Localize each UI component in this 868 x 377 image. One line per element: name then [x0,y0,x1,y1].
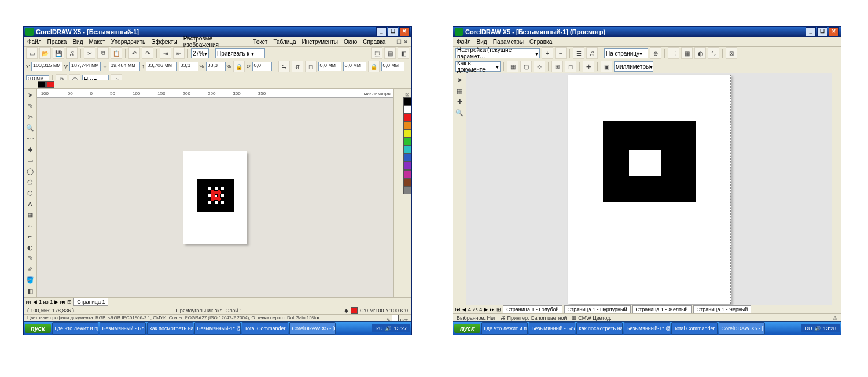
invert-button[interactable]: ◐ [694,47,706,59]
polygon-tool-icon[interactable]: ⬠ [24,177,36,187]
swatch-blue[interactable] [403,154,411,162]
scroll-bar[interactable] [832,73,841,305]
print-options-button[interactable]: ☰ [573,47,584,59]
task-item[interactable]: Безымянный - Блокнот [529,322,575,335]
cut-button[interactable]: ✂ [84,47,95,59]
menu-view[interactable]: Вид [72,39,83,45]
minimize-button[interactable]: _ [376,27,387,36]
mdi-minimize-icon[interactable]: _ [391,39,395,45]
zoom-in-button[interactable]: ⊕ [650,47,661,59]
new-doc-button[interactable]: ▭ [26,47,38,59]
pick-tool-icon[interactable]: ➤ [24,90,36,101]
preset-combo[interactable]: Настройка (текущие парамет… ▾ [455,48,540,58]
pages-combo[interactable]: Как в документе ▾ [455,61,501,72]
print-button[interactable]: 🖨 [66,47,78,59]
mirror-h-button[interactable]: ⇋ [278,61,290,72]
task-item[interactable]: Где что лежит и пр… [52,322,98,335]
pick-tool-icon[interactable]: ➤ [454,75,465,85]
nav-last-icon[interactable]: ⏭ [490,306,495,312]
zoom-tool-icon[interactable]: 🔍 [24,123,36,133]
remove-preset-button[interactable]: − [555,47,567,59]
ellipse-tool-icon[interactable]: ◯ [24,167,36,177]
zoom-tool-icon[interactable]: 🔍 [454,108,465,118]
menu-help[interactable]: Справка [529,39,552,45]
separation-tab-black[interactable]: Страница 1 - Черный [693,305,752,313]
taskbar[interactable]: пуск Где что лежит и пр… Безымянный - Бл… [24,321,411,335]
rotation-input[interactable]: 0,0 [252,62,272,71]
launcher-button[interactable]: ▤ [384,47,396,59]
task-item[interactable]: Безымянный - Блокнот [100,322,146,335]
menu-file[interactable]: Файл [457,39,471,45]
issues-icon[interactable]: ⚠ [833,315,837,321]
menu-tools[interactable]: Инструменты [302,39,338,45]
width-input[interactable]: 39,484 мм [109,62,140,71]
menu-file[interactable]: Файл [27,39,42,45]
options-button[interactable]: ⬚ [371,47,382,59]
full-screen-button[interactable]: ⛶ [668,47,679,59]
close-button[interactable]: ✕ [399,27,410,36]
swatch-orange[interactable] [403,121,411,130]
tiles-icon[interactable]: ⊞ [551,61,563,72]
system-tray[interactable]: RU 🔊 13:28 [801,324,840,332]
dimension-tool-icon[interactable]: ↔ [24,221,36,231]
start-button[interactable]: пуск [25,324,51,333]
outline-well[interactable] [46,81,54,88]
toolbox[interactable]: ➤ ✎ ✂ 🔍 〰 ◆ ▭ ◯ ⬠ ⬡ A ▦ ↔ ⌐ ◐ ✎ ✐ 🪣 ◧ [24,89,37,297]
preview-canvas[interactable] [466,73,832,305]
task-item[interactable]: Безымянный-1* @ 1… [624,322,670,335]
freehand-tool-icon[interactable]: 〰 [24,134,36,144]
snap-combo[interactable]: Привязать к ▾ [215,48,265,58]
lock-corners-icon[interactable]: 🔒 [368,61,380,72]
preview-toolbox[interactable]: ➤ ▦ ✚ 🔍 [453,73,466,305]
task-item-active[interactable]: CorelDRAW X5 - [Без… [289,322,336,335]
task-item[interactable]: Total Commander 7.0… [242,322,288,335]
menu-options[interactable]: Параметры [493,39,524,45]
swatch-yellow[interactable] [403,130,411,138]
system-tray[interactable]: RU 🔊 13:27 [372,324,410,332]
shape-tool-icon[interactable]: ✎ [24,101,36,112]
fill-tool-icon[interactable]: 🪣 [24,275,36,286]
minimize-button[interactable]: _ [806,27,816,36]
close-preview-button[interactable]: ⊠ [726,47,737,59]
property-bar[interactable]: x:103,315 мм y:187,744 мм ↔39,484 мм ↕33… [24,60,411,80]
blend-tool-icon[interactable]: ◐ [24,242,36,253]
bleed-icon[interactable]: ◻ [565,61,576,72]
swatch-cyan[interactable] [403,146,411,154]
rectangle-tool-icon[interactable]: ▭ [24,156,36,166]
task-item[interactable]: Где что лежит и пр… [481,322,528,335]
separation-tab-cyan[interactable]: Страница 1 - Голубой [503,305,562,313]
mdi-close-icon[interactable]: ✕ [403,39,408,45]
separation-tab-magenta[interactable]: Страница 1 - Пурпурный [564,305,631,313]
corner-shape-button[interactable]: ◻ [305,61,317,72]
dockers-button[interactable]: ◧ [398,47,409,59]
language-indicator[interactable]: RU [375,326,382,331]
corner-y1-input[interactable]: 0,0 мм [343,62,366,71]
imposition-icon[interactable]: ▦ [507,61,518,72]
save-button[interactable]: 💾 [53,47,64,59]
nav-first-icon[interactable]: ⏮ [26,299,31,305]
swatch-black[interactable] [403,97,411,105]
swatch-violet[interactable] [403,162,411,170]
separation-tab-yellow[interactable]: Страница 1 - Желтый [632,305,692,313]
preview-toolbar-2[interactable]: Как в документе ▾ ▦ ▢ ⊹ ⊞ ◻ ✚ ▣ миллимет… [453,60,841,73]
nav-next-icon[interactable]: ▶ [484,306,488,312]
corner-x1-input[interactable]: 0,0 мм [318,62,341,71]
swatch-brown[interactable] [403,178,411,186]
add-page-icon[interactable]: ⊞ [496,306,501,312]
nav-prev-icon[interactable]: ◀ [33,299,37,305]
text-tool-icon[interactable]: A [24,199,36,209]
copy-button[interactable]: ⧉ [97,47,109,59]
swatch-magenta[interactable] [403,170,411,178]
tray-icon[interactable]: 🔊 [814,326,821,331]
export-button[interactable]: ⇤ [173,47,185,59]
docker-bar[interactable] [393,89,403,297]
language-indicator[interactable]: RU [804,326,812,331]
task-item-active[interactable]: CorelDRAW X5 - [Без… [719,322,765,335]
start-button[interactable]: пуск [454,324,480,333]
canvas-area[interactable]: -100-50 050 100150 200250 300350 миллиме… [37,89,393,297]
page-tab[interactable]: Страница 1 [73,298,108,306]
fill-well[interactable] [38,81,46,88]
scale-x-input[interactable]: 33,3 [179,62,198,71]
separations-button[interactable]: ▦ [681,47,693,59]
marks-tool-icon[interactable]: ✚ [454,97,465,107]
